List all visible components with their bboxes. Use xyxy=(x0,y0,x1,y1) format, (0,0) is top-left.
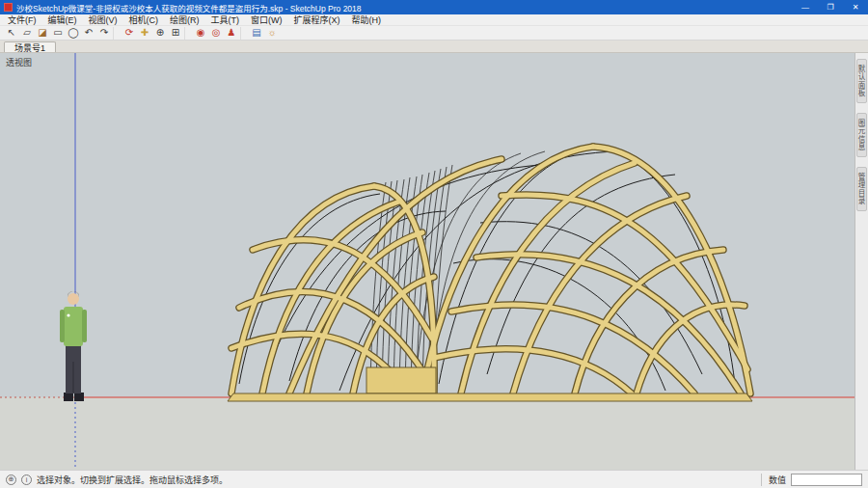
credits-icon[interactable]: i xyxy=(21,474,32,485)
toolbar-separator xyxy=(184,27,191,40)
undo-icon[interactable]: ↶ xyxy=(81,27,96,40)
scene-tab-bar: 场景号1 xyxy=(0,41,868,53)
menu-item-edit[interactable]: 编辑(E) xyxy=(42,14,83,26)
menu-item-extensions[interactable]: 扩展程序(X) xyxy=(288,14,346,26)
status-bar: ⊕ i 选择对象。切换到扩展选择。拖动鼠标选择多项。 数值 xyxy=(0,470,868,488)
zoom-extents-icon[interactable]: ⊞ xyxy=(168,27,183,40)
menu-item-tools[interactable]: 工具(T) xyxy=(205,14,246,26)
tray-tab-outliner[interactable]: 管理目录 xyxy=(856,167,867,211)
menu-item-help[interactable]: 帮助(H) xyxy=(346,14,388,26)
orbit-tool-icon[interactable]: ⟳ xyxy=(122,27,137,40)
eraser-tool-icon[interactable]: ▱ xyxy=(19,27,35,40)
camera-type-label: 透视图 xyxy=(6,56,32,68)
geolocation-icon[interactable]: ⊕ xyxy=(6,474,16,485)
menu-item-view[interactable]: 视图(V) xyxy=(83,14,123,26)
menu-bar: 文件(F) 编辑(E) 视图(V) 相机(C) 绘图(R) 工具(T) 窗口(W… xyxy=(0,14,868,26)
model-base xyxy=(228,393,752,401)
circle-tool-icon[interactable]: ◯ xyxy=(66,27,81,40)
model-pedestal xyxy=(366,367,436,393)
menu-item-file[interactable]: 文件(F) xyxy=(2,14,42,26)
sketchup-window: { "window": { "title": "沙校SketchUp微课堂-非授… xyxy=(0,0,868,488)
toolbar: ↖ ▱ ◪ ▭ ◯ ↶ ↷ ⟳ ✚ ⊕ ⊞ ◉ ◎ ♟ ▤ ☼ xyxy=(0,26,868,41)
select-tool-icon[interactable]: ↖ xyxy=(4,27,19,40)
menu-item-window[interactable]: 窗口(W) xyxy=(245,14,288,26)
paint-bucket-icon[interactable]: ◪ xyxy=(35,27,50,40)
ground xyxy=(0,397,854,470)
rectangle-tool-icon[interactable]: ▭ xyxy=(50,27,66,40)
status-hint-text: 选择对象。切换到扩展选择。拖动鼠标选择多项。 xyxy=(37,474,756,486)
maximize-button[interactable]: ❐ xyxy=(818,0,843,14)
redo-icon[interactable]: ↷ xyxy=(96,27,112,40)
close-button[interactable]: ✕ xyxy=(843,0,868,14)
tray-tab-default-panel[interactable]: 默认面板 xyxy=(856,59,867,103)
toolbar-separator xyxy=(240,27,247,40)
tray-tab-entity-info[interactable]: 图元信息 xyxy=(856,113,867,157)
position-camera-icon[interactable]: ◉ xyxy=(193,27,208,40)
model-viewport[interactable]: 透视图 xyxy=(0,53,854,470)
window-title: 沙校SketchUp微课堂-非授权或沙校本人获取的视频文件都是盗用行为.skp … xyxy=(16,2,789,14)
title-bar: 沙校SketchUp微课堂-非授权或沙校本人获取的视频文件都是盗用行为.skp … xyxy=(0,0,868,14)
walk-tool-icon[interactable]: ♟ xyxy=(224,27,239,40)
measurement-input[interactable] xyxy=(791,474,862,486)
model-canvas[interactable] xyxy=(0,53,854,470)
menu-item-camera[interactable]: 相机(C) xyxy=(123,14,165,26)
measurement-label: 数值 xyxy=(761,474,786,486)
side-tray: 默认面板 图元信息 管理目录 xyxy=(854,53,868,470)
toolbar-separator xyxy=(113,27,120,40)
zoom-tool-icon[interactable]: ⊕ xyxy=(152,27,168,40)
menu-item-draw[interactable]: 绘图(R) xyxy=(164,14,205,26)
scene-tab-1[interactable]: 场景号1 xyxy=(4,41,56,52)
pan-tool-icon[interactable]: ✚ xyxy=(137,27,152,40)
shadows-icon[interactable]: ☼ xyxy=(264,27,280,40)
sketchup-logo-icon xyxy=(4,3,13,12)
window-controls: — ❐ ✕ xyxy=(793,0,868,14)
look-around-icon[interactable]: ◎ xyxy=(208,27,224,40)
styles-icon[interactable]: ▤ xyxy=(249,27,264,40)
minimize-button[interactable]: — xyxy=(793,0,818,14)
